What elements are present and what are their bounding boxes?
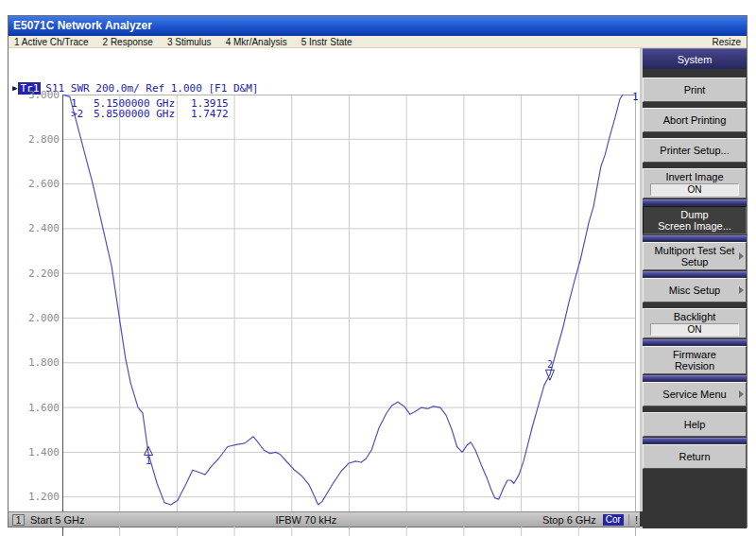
status-bar: 1 Start 5 GHz IFBW 70 kHz Stop 6 GHz Cor… xyxy=(9,511,642,527)
y-axis-label: 3.000 xyxy=(18,89,60,101)
marker-id: >2 xyxy=(71,109,94,119)
y-axis-label: 2.400 xyxy=(18,222,60,234)
alert-indicator: ! xyxy=(628,514,638,526)
softkey-service-menu[interactable]: Service Menu xyxy=(643,382,747,406)
softkey-invert-image[interactable]: Invert ImageON xyxy=(643,168,747,199)
trace-number-label: 1 xyxy=(632,91,639,103)
softkey-dump-screen-image[interactable]: DumpScreen Image... xyxy=(643,206,747,234)
softkey-return[interactable]: Return xyxy=(643,444,747,469)
softkey-sidebar: System PrintAbort PrintingPrinter Setup.… xyxy=(640,48,747,528)
display-area: ▶ Tr1 S11 SWR 200.0m/ Ref 1.000 [F1 D&M]… xyxy=(9,48,642,513)
menu-item-4-mkr-analysis[interactable]: 4 Mkr/Analysis xyxy=(226,37,287,47)
submenu-arrow-icon xyxy=(739,286,744,294)
softkey-label: Misc Setup xyxy=(669,285,720,296)
trace-format-text: S11 SWR 200.0m/ Ref 1.000 [F1 D&M] xyxy=(45,82,258,95)
swr-trace-plot: 12 xyxy=(62,95,636,536)
resize-button[interactable]: Resize xyxy=(712,37,741,47)
marker-value: 1.7472 xyxy=(191,109,229,119)
softkey-toggle-state: ON xyxy=(650,323,739,336)
y-axis-label: 2.600 xyxy=(18,178,60,190)
marker-readout-row: >25.8500000 GHz1.7472 xyxy=(71,109,229,119)
softkey-list: PrintAbort PrintingPrinter Setup...Inver… xyxy=(643,72,747,469)
softkey-label: Revision xyxy=(675,360,714,372)
window-title: E5071C Network Analyzer xyxy=(13,19,152,32)
softkey-label: Multiport Test Set xyxy=(655,245,735,256)
ifbw-label: IFBW 70 kHz xyxy=(275,514,336,526)
correction-status-badge: Cor xyxy=(603,514,624,526)
softkey-toggle-state: ON xyxy=(650,183,739,196)
submenu-arrow-icon xyxy=(739,252,744,260)
softkey-label: Screen Image... xyxy=(658,220,731,232)
status-bar-right: Stop 6 GHz Cor ! xyxy=(542,514,638,526)
softkey-label: Return xyxy=(679,451,710,462)
softkey-printer-setup[interactable]: Printer Setup... xyxy=(643,138,747,163)
softkey-label: Backlight xyxy=(674,311,716,322)
softkey-group-separator xyxy=(643,235,747,241)
channel-number-box: 1 xyxy=(12,514,25,526)
menu-item-3-stimulus[interactable]: 3 Stimulus xyxy=(167,37,212,47)
graticule-area: 12 15.1500000 GHz1.3915>25.8500000 GHz1.… xyxy=(62,95,636,536)
softkey-label: Print xyxy=(684,84,706,95)
active-trace-cursor-icon: ▶ xyxy=(12,83,17,93)
menu-item-5-instr-state[interactable]: 5 Instr State xyxy=(301,37,352,47)
softkey-label: Service Menu xyxy=(662,389,726,400)
y-axis-label: 2.000 xyxy=(18,312,60,324)
softkey-label: Dump xyxy=(680,209,708,220)
y-axis-label: 1.200 xyxy=(18,491,60,503)
svg-text:2: 2 xyxy=(547,359,553,370)
softkey-group-separator xyxy=(643,199,747,205)
y-axis-label: 1.400 xyxy=(18,446,60,458)
marker-frequency: 5.8500000 GHz xyxy=(94,109,191,119)
y-axis-label: 1.600 xyxy=(18,402,60,414)
svg-text:1: 1 xyxy=(146,456,151,466)
softkey-label: Abort Printing xyxy=(663,114,727,126)
softkey-menu-title: System xyxy=(643,48,747,69)
sidebar-bottom-corner xyxy=(640,511,747,527)
softkey-label: Invert Image xyxy=(665,171,723,182)
softkey-misc-setup[interactable]: Misc Setup xyxy=(643,278,747,303)
softkey-group-separator xyxy=(643,438,747,443)
menu-item-1-active-ch-trace[interactable]: 1 Active Ch/Trace xyxy=(14,37,89,47)
submenu-arrow-icon xyxy=(739,390,744,398)
title-bar: E5071C Network Analyzer xyxy=(9,16,747,36)
start-frequency-label: Start 5 GHz xyxy=(30,514,84,526)
y-axis-label: 2.200 xyxy=(18,268,60,280)
menu-items: 1 Active Ch/Trace2 Response3 Stimulus4 M… xyxy=(14,37,352,47)
softkey-label: Firmware xyxy=(673,349,716,360)
softkey-group-separator xyxy=(643,339,747,345)
softkey-group-separator xyxy=(643,375,747,381)
softkey-abort-printing[interactable]: Abort Printing xyxy=(643,108,747,132)
softkey-firmware-revision[interactable]: FirmwareRevision xyxy=(643,346,747,374)
analyzer-window: E5071C Network Analyzer 1 Active Ch/Trac… xyxy=(8,15,747,527)
marker-readout: 15.1500000 GHz1.3915>25.8500000 GHz1.747… xyxy=(71,98,229,119)
softkey-label: Setup xyxy=(681,256,709,268)
softkey-backlight[interactable]: BacklightON xyxy=(643,308,747,338)
softkey-label: Help xyxy=(684,419,706,430)
menu-item-2-response[interactable]: 2 Response xyxy=(103,37,153,47)
softkey-print[interactable]: Print xyxy=(643,78,747,102)
stop-frequency-label: Stop 6 GHz xyxy=(542,514,596,526)
y-axis-label: 2.800 xyxy=(18,133,60,146)
softkey-help[interactable]: Help xyxy=(643,412,747,437)
softkey-multiport-test-set-setup[interactable]: Multiport Test SetSetup xyxy=(643,242,747,270)
softkey-group-separator xyxy=(643,271,747,277)
menu-bar: 1 Active Ch/Trace2 Response3 Stimulus4 M… xyxy=(9,36,747,48)
softkey-label: Printer Setup... xyxy=(660,145,729,156)
y-axis-label: 1.800 xyxy=(18,356,60,369)
